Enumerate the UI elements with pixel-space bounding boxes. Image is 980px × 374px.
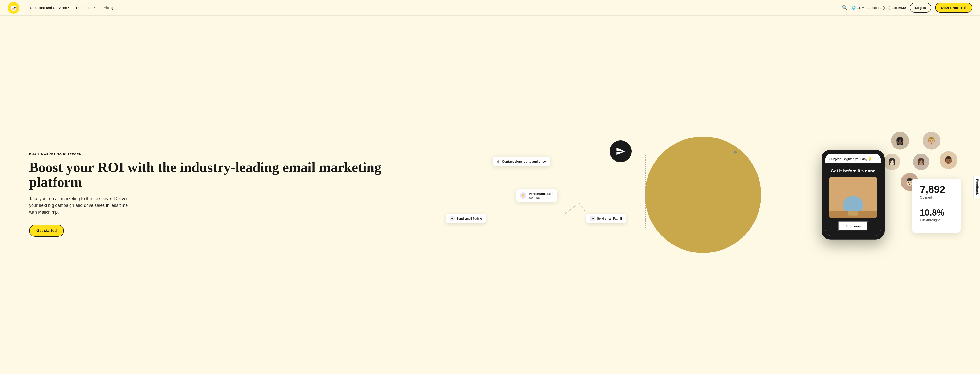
- get-started-label: Get started: [37, 229, 57, 233]
- svg-point-8: [14, 8, 14, 9]
- workflow-card-label: Contact signs up to audience: [502, 160, 546, 163]
- vertical-connector: [645, 154, 646, 229]
- workflow-dot-icon: [497, 160, 500, 163]
- phone-mockup: Subject: Brighten your day 💡 Get it befo…: [821, 150, 885, 240]
- send-email-path-a-card: ✉ Send email Path A: [446, 214, 486, 224]
- svg-point-10: [16, 6, 18, 9]
- email-header: Subject: Brighten your day 💡: [826, 154, 881, 163]
- logo-link[interactable]: [8, 2, 19, 14]
- hero-description: Take your email marketing to the next le…: [29, 195, 131, 216]
- opened-number: 7,892: [920, 184, 953, 195]
- clickthrough-number: 10.8%: [920, 208, 953, 217]
- mailchimp-logo-icon: [8, 2, 19, 14]
- stats-divider: [920, 204, 953, 205]
- path-b-label: Send email Path B: [597, 217, 622, 220]
- svg-marker-12: [734, 150, 738, 153]
- send-email-path-b-card: ✉ Send email Path B: [586, 214, 626, 224]
- hero-eyebrow: EMAIL MARKETING PLATFORM: [29, 153, 388, 156]
- avatar-2: 👨🏼: [922, 131, 941, 150]
- send-icon: [616, 147, 625, 156]
- solutions-menu-button[interactable]: Solutions and Services ▾: [27, 4, 72, 12]
- solutions-chevron-icon: ▾: [68, 6, 69, 9]
- avatar-4: 👩🏽: [912, 153, 930, 171]
- dashed-arrow-line: [686, 147, 739, 157]
- resources-label: Resources: [76, 6, 94, 10]
- email-body: Get it before it's gone Shop now: [826, 163, 881, 236]
- hero-visual: 👩🏿 👨🏼 👩🏻 👩🏽 👨🏾 👨🏻: [388, 127, 972, 263]
- split-card-label: Percentage Split: [529, 192, 554, 195]
- lang-label: EN: [857, 6, 861, 10]
- resources-chevron-icon: ▾: [94, 6, 95, 9]
- avatar-5: 👨🏾: [939, 150, 958, 170]
- search-icon: 🔍: [842, 5, 848, 10]
- nav-right: 🔍 🌐 EN ▾ Sales: +1 (800) 315-5939 Log In…: [842, 3, 972, 13]
- subject-label: Subject:: [829, 157, 842, 161]
- split-icon: ⚡: [520, 192, 527, 199]
- avatar-3: 👩🏻: [883, 153, 901, 171]
- feedback-tab[interactable]: Feedback: [974, 176, 980, 198]
- stats-card: 7,892 Opened 10.8% Clickthroughs: [912, 179, 961, 233]
- percentage-split-card: ⚡ Percentage Split Yes No: [516, 189, 557, 202]
- email-icon-a: ✉: [450, 216, 455, 221]
- email-subject: Subject: Brighten your day 💡: [829, 157, 877, 161]
- lang-chevron-icon: ▾: [862, 6, 864, 9]
- product-image: [829, 177, 877, 218]
- trial-label: Start Free Trial: [941, 6, 966, 10]
- pricing-label: Pricing: [102, 6, 113, 10]
- resources-menu-button[interactable]: Resources ▾: [73, 4, 99, 12]
- navbar: Solutions and Services ▾ Resources ▾ Pri…: [0, 0, 980, 16]
- feedback-label: Feedback: [976, 179, 979, 195]
- svg-line-14: [562, 203, 579, 216]
- phone-outer: Subject: Brighten your day 💡 Get it befo…: [821, 150, 885, 240]
- send-icon-circle: [610, 141, 632, 162]
- lamp-shade: [843, 196, 863, 211]
- search-button[interactable]: 🔍: [842, 5, 848, 11]
- email-body-title: Get it before it's gone: [829, 168, 877, 174]
- email-icon-b: ✉: [590, 216, 595, 221]
- hero-section: EMAIL MARKETING PLATFORM Boost your ROI …: [0, 16, 980, 374]
- shop-now-label: Shop now: [845, 224, 861, 228]
- svg-point-7: [13, 8, 14, 9]
- shop-now-button[interactable]: Shop now: [838, 221, 868, 231]
- contact-signup-card: Contact signs up to audience: [493, 157, 550, 166]
- opened-label: Opened: [920, 195, 953, 199]
- split-yes-label: Yes: [529, 197, 533, 199]
- start-trial-button[interactable]: Start Free Trial: [935, 3, 972, 13]
- phone-inner: Subject: Brighten your day 💡 Get it befo…: [826, 154, 881, 236]
- login-label: Log In: [915, 6, 926, 10]
- hero-text: EMAIL MARKETING PLATFORM Boost your ROI …: [29, 153, 388, 237]
- get-started-button[interactable]: Get started: [29, 225, 64, 237]
- svg-point-9: [10, 6, 11, 9]
- clickthrough-label: Clickthroughs: [920, 218, 953, 222]
- subject-value: Brighten your day 💡: [843, 157, 872, 161]
- hero-title: Boost your ROI with the industry-leading…: [29, 160, 388, 190]
- svg-point-6: [15, 7, 15, 8]
- login-button[interactable]: Log In: [910, 3, 931, 13]
- nav-links: Solutions and Services ▾ Resources ▾ Pri…: [27, 4, 842, 12]
- solutions-label: Solutions and Services: [30, 6, 67, 10]
- svg-point-5: [12, 7, 13, 8]
- svg-point-3: [12, 7, 13, 8]
- sales-phone: Sales: +1 (800) 315-5939: [867, 6, 906, 10]
- path-a-label: Send email Path A: [457, 217, 482, 220]
- language-selector[interactable]: 🌐 EN ▾: [851, 6, 864, 10]
- split-no-label: No: [536, 197, 540, 199]
- svg-point-4: [14, 7, 16, 8]
- pricing-nav-link[interactable]: Pricing: [99, 4, 116, 12]
- globe-icon: 🌐: [851, 6, 856, 10]
- avatar-1: 👩🏿: [890, 131, 910, 150]
